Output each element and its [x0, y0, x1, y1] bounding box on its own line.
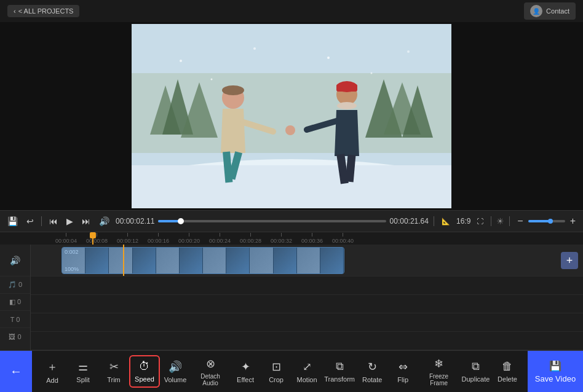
- tool-rotate-button[interactable]: ↻ Rotate: [357, 356, 387, 387]
- text-icon: T 0: [10, 316, 20, 323]
- playhead-marker[interactable]: [92, 232, 93, 245]
- tool-transform-button[interactable]: ⧉ Transform: [322, 356, 357, 386]
- video-track: 0:002 100%: [31, 245, 583, 276]
- image-icon: 🖼 0: [9, 333, 21, 340]
- separator-1: [41, 216, 42, 226]
- save-project-button[interactable]: 💾: [5, 215, 20, 227]
- delete-icon: 🗑: [502, 360, 513, 373]
- zoom-slider[interactable]: [528, 220, 565, 222]
- separator-2: [434, 216, 434, 226]
- duplicate-label: Duplicate: [462, 375, 490, 383]
- volume-icon: 🔊: [169, 360, 182, 374]
- speed-icon: ⏱: [139, 360, 150, 373]
- video-clip[interactable]: 0:002 100%: [61, 247, 344, 274]
- tool-volume-button[interactable]: 🔊 Volume: [160, 356, 191, 387]
- tool-detach-audio-button[interactable]: ⊗ Detach Audio: [191, 353, 230, 390]
- tool-crop-button[interactable]: ⊡ Crop: [261, 356, 292, 387]
- tool-speed-button[interactable]: ⏱ Speed: [129, 355, 160, 388]
- thumb-6: [180, 248, 203, 273]
- ruler-mark-10: 00:00:40: [332, 233, 354, 244]
- tool-add-button[interactable]: ＋ Add: [37, 356, 68, 388]
- tool-flip-button[interactable]: ⇔ Flip: [387, 356, 418, 387]
- transport-bar: 💾 ↩ ⏮ ▶ ⏭ 🔊 00:00:02.11 00:00:21.64 📐 16…: [0, 210, 583, 232]
- toolbar-tools: ＋ Add ⚌ Split ✂ Trim ⏱ Speed 🔊 Volume ⊗ …: [32, 351, 528, 392]
- svg-point-23: [180, 60, 182, 62]
- main-area: 💾 ↩ ⏮ ▶ ⏭ 🔊 00:00:02.11 00:00:21.64 📐 16…: [0, 22, 583, 392]
- back-label: < ALL PROJECTS: [18, 7, 74, 15]
- thumb-11: [297, 248, 320, 273]
- empty-track-2: [31, 295, 583, 313]
- zoom-controls: − +: [515, 214, 578, 228]
- rotate-label: Rotate: [362, 376, 382, 383]
- trim-icon: ✂: [109, 360, 119, 374]
- freeze-frame-label: Freeze Frame: [423, 373, 454, 386]
- thumb-7: [203, 248, 226, 273]
- undo-button[interactable]: ↩: [24, 215, 36, 227]
- video-frame: [132, 24, 451, 208]
- progress-handle[interactable]: [178, 218, 184, 224]
- svg-rect-17: [336, 84, 357, 92]
- thumb-3: [109, 248, 132, 273]
- skip-end-button[interactable]: ⏭: [79, 215, 93, 227]
- add-label: Add: [46, 377, 58, 384]
- add-icon: ＋: [47, 359, 58, 374]
- split-icon: ⚌: [78, 360, 88, 374]
- clip-label: 0:002: [65, 249, 79, 255]
- separator-4: [509, 216, 510, 226]
- detach-audio-label: Detach Audio: [196, 373, 225, 386]
- top-bar: ‹ < ALL PROJECTS 👤 Contact: [0, 0, 583, 22]
- contact-button[interactable]: 👤 Contact: [524, 2, 576, 20]
- thumb-8: [226, 248, 250, 273]
- empty-track-1: [31, 276, 583, 295]
- add-track-button[interactable]: +: [561, 252, 578, 269]
- volume-button[interactable]: 🔊: [97, 215, 112, 227]
- tool-motion-button[interactable]: ⤢ Motion: [292, 356, 322, 387]
- ruler-mark-1: 00:00:04: [55, 233, 77, 244]
- play-button[interactable]: ▶: [64, 215, 76, 227]
- motion-icon: ⤢: [303, 360, 312, 374]
- track-playhead: [123, 245, 124, 276]
- tool-duplicate-button[interactable]: ⧉ Duplicate: [459, 356, 492, 386]
- ruler-mark-8: 00:00:32: [271, 233, 292, 244]
- svg-point-24: [253, 47, 256, 50]
- transform-icon: ⧉: [336, 360, 344, 373]
- back-to-projects-button[interactable]: ‹ < ALL PROJECTS: [7, 5, 79, 17]
- contact-avatar: 👤: [530, 5, 542, 17]
- zoom-in-button[interactable]: +: [568, 214, 578, 228]
- delete-label: Delete: [498, 375, 517, 383]
- separator-3: [491, 216, 491, 226]
- back-nav-button[interactable]: ←: [0, 351, 32, 392]
- aspect-ratio-button[interactable]: 📐: [439, 216, 453, 227]
- brightness-icon: ☀: [496, 216, 504, 226]
- rotate-icon: ↻: [368, 360, 377, 374]
- tool-delete-button[interactable]: 🗑 Delete: [492, 356, 523, 386]
- clip-percentage: 100%: [65, 266, 79, 272]
- zoom-out-button[interactable]: −: [515, 214, 525, 228]
- tool-split-button[interactable]: ⚌ Split: [68, 356, 98, 387]
- volume-label: Volume: [164, 376, 187, 383]
- sticker-icon: ◧ 0: [9, 298, 21, 306]
- svg-point-27: [211, 79, 213, 80]
- fullscreen-button[interactable]: ⛶: [474, 216, 486, 226]
- progress-bar[interactable]: [158, 220, 386, 222]
- ruler-mark-9: 00:00:36: [301, 233, 323, 244]
- skip-start-button[interactable]: ⏮: [47, 215, 60, 227]
- trim-label: Trim: [107, 376, 121, 383]
- current-time: 00:00:02.11: [116, 217, 154, 225]
- svg-rect-9: [132, 165, 451, 208]
- transform-label: Transform: [324, 375, 355, 383]
- ruler-mark-4: 00:00:16: [148, 233, 169, 244]
- detach-audio-icon: ⊗: [206, 357, 215, 370]
- speaker-button[interactable]: 🔊: [10, 256, 20, 265]
- tool-effect-button[interactable]: ✦ Effect: [230, 356, 261, 387]
- save-video-button[interactable]: 💾 Save Video: [528, 351, 583, 392]
- tool-trim-button[interactable]: ✂ Trim: [98, 356, 129, 387]
- effect-icon: ✦: [241, 360, 250, 374]
- video-scene: [132, 24, 451, 208]
- save-video-icon: 💾: [549, 360, 561, 372]
- split-label: Split: [76, 376, 89, 383]
- ruler-mark-5: 00:00:20: [178, 233, 200, 244]
- svg-point-22: [285, 125, 295, 135]
- tool-freeze-frame-button[interactable]: ❄ Freeze Frame: [418, 353, 459, 390]
- flip-icon: ⇔: [399, 360, 408, 374]
